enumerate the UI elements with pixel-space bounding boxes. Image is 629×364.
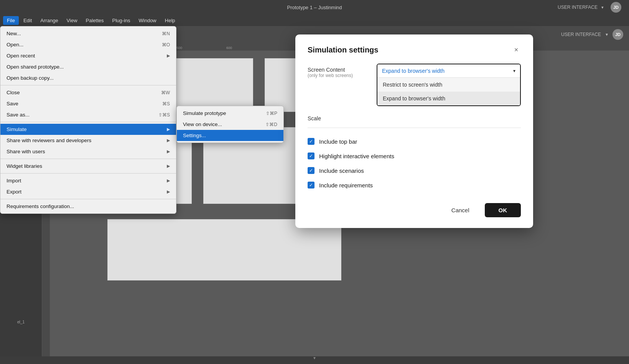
- menu-open-recent[interactable]: Open recent ▶: [0, 50, 176, 61]
- screen-content-control: Expand to browser's width ▾ Restrict to …: [377, 64, 521, 106]
- dialog-header: Simulation settings ×: [308, 45, 521, 54]
- screen-content-row: Screen Content (only for web screens) Ex…: [308, 64, 521, 106]
- checkbox-top-bar-label: Include top bar: [319, 138, 357, 145]
- checkbox-highlight: ✓ Highlight interactive elements: [308, 149, 521, 163]
- sidebar-element-label: el_1: [14, 318, 28, 326]
- menu-open-backup[interactable]: Open backup copy...: [0, 72, 176, 84]
- canvas-box-5: [107, 219, 341, 280]
- menu-item-view[interactable]: View: [63, 16, 81, 25]
- checkbox-requirements-box[interactable]: ✓: [308, 182, 314, 189]
- menu-open-shared[interactable]: Open shared prototype...: [0, 61, 176, 72]
- menu-bar: File Edit Arrange View Palettes Plug-ins…: [0, 15, 629, 26]
- menu-save[interactable]: Save ⌘S: [0, 98, 176, 109]
- dialog-divider: [308, 128, 521, 128]
- dialog-title: Simulation settings: [308, 46, 378, 54]
- menu-item-window[interactable]: Window: [135, 16, 160, 25]
- dropdown-selected-display[interactable]: Expand to browser's width ▾: [377, 64, 520, 78]
- menu-item-plugins[interactable]: Plug-ins: [109, 16, 134, 25]
- ok-button[interactable]: OK: [485, 203, 521, 217]
- menu-item-help[interactable]: Help: [161, 16, 179, 25]
- toolbar-right: USER INTERFACE ▾ JD: [561, 29, 623, 40]
- dialog-close-button[interactable]: ×: [512, 45, 521, 54]
- dropdown-container: Expand to browser's width ▾ Restrict to …: [377, 64, 521, 106]
- chevron-down-toolbar-icon: ▾: [606, 32, 608, 37]
- dropdown-options-list: Restrict to screen's width Expand to bro…: [377, 78, 520, 105]
- submenu-view-on-device[interactable]: View on device... ⇧⌘D: [177, 119, 283, 130]
- user-avatar[interactable]: JD: [611, 2, 621, 13]
- ui-mode-label: USER INTERFACE: [558, 5, 598, 10]
- window-title: Prototype 1 – Justinmind: [287, 5, 342, 10]
- checkbox-top-bar: ✓ Include top bar: [308, 134, 521, 149]
- dropdown-option-restrict[interactable]: Restrict to screen's width: [377, 78, 520, 92]
- checkbox-requirements: ✓ Include requirements: [308, 178, 521, 192]
- submenu-settings[interactable]: Settings...: [177, 130, 283, 141]
- menu-requirements[interactable]: Requirements configuration...: [0, 201, 176, 212]
- ruler-mark-500: 500: [176, 46, 182, 50]
- checkbox-top-bar-box[interactable]: ✓: [308, 138, 314, 145]
- menu-import[interactable]: Import ▶: [0, 175, 176, 186]
- submenu-simulate-prototype[interactable]: Simulate prototype ⇧⌘P: [177, 108, 283, 119]
- menu-close[interactable]: Close ⌘W: [0, 87, 176, 98]
- menu-widget-libraries[interactable]: Widget libraries ▶: [0, 161, 176, 172]
- checkbox-scenarios-box[interactable]: ✓: [308, 167, 314, 174]
- menu-simulate[interactable]: Simulate ▶: [0, 124, 176, 135]
- dropdown-option-expand[interactable]: Expand to browser's width: [377, 92, 520, 105]
- title-bar-right: USER INTERFACE ▾ JD: [558, 2, 621, 13]
- menu-item-edit[interactable]: Edit: [20, 16, 36, 25]
- ui-mode-toolbar-label: USER INTERFACE: [561, 32, 601, 37]
- title-bar: Prototype 1 – Justinmind USER INTERFACE …: [0, 0, 629, 15]
- menu-sep-3: [0, 159, 176, 159]
- menu-item-palettes[interactable]: Palettes: [82, 16, 108, 25]
- user-avatar-toolbar[interactable]: JD: [613, 29, 623, 40]
- screen-content-label: Screen Content (only for web screens): [308, 64, 369, 78]
- menu-share-users[interactable]: Share with users ▶: [0, 146, 176, 157]
- cancel-button[interactable]: Cancel: [441, 203, 480, 217]
- menu-open[interactable]: Open... ⌘O: [0, 39, 176, 50]
- checkbox-highlight-box[interactable]: ✓: [308, 152, 314, 159]
- menu-export[interactable]: Export ▶: [0, 186, 176, 197]
- menu-item-file[interactable]: File: [3, 16, 19, 25]
- checkbox-highlight-label: Highlight interactive elements: [319, 153, 394, 159]
- chevron-down-icon: ▾: [601, 5, 604, 10]
- scale-row: Scale: [308, 112, 521, 121]
- menu-share-reviewers[interactable]: Share with reviewers and developers ▶: [0, 135, 176, 146]
- checkbox-requirements-label: Include requirements: [319, 182, 373, 189]
- menu-sep-5: [0, 199, 176, 199]
- bottom-scroll-indicator: ▼: [313, 356, 316, 360]
- scale-label: Scale: [308, 112, 369, 121]
- menu-save-as[interactable]: Save as... ⇧⌘S: [0, 109, 176, 120]
- dropdown-selected-text: Expand to browser's width: [382, 68, 445, 74]
- dialog-footer: Cancel OK: [308, 203, 521, 217]
- ruler-mark-600: 600: [226, 46, 232, 50]
- menu-new[interactable]: New... ⌘N: [0, 28, 176, 39]
- file-dropdown-menu: New... ⌘N Open... ⌘O Open recent ▶ Open …: [0, 26, 176, 214]
- dropdown-chevron-icon: ▾: [513, 68, 515, 74]
- menu-sep-1: [0, 85, 176, 85]
- menu-sep-4: [0, 173, 176, 174]
- simulation-settings-dialog: Simulation settings × Screen Content (on…: [295, 34, 533, 228]
- menu-item-arrange[interactable]: Arrange: [36, 16, 62, 25]
- simulate-submenu: Simulate prototype ⇧⌘P View on device...…: [176, 106, 284, 143]
- checkbox-scenarios: ✓ Include scenarios: [308, 163, 521, 178]
- menu-sep-2: [0, 122, 176, 122]
- checkbox-scenarios-label: Include scenarios: [319, 167, 364, 174]
- bottom-bar: ▼: [0, 356, 629, 364]
